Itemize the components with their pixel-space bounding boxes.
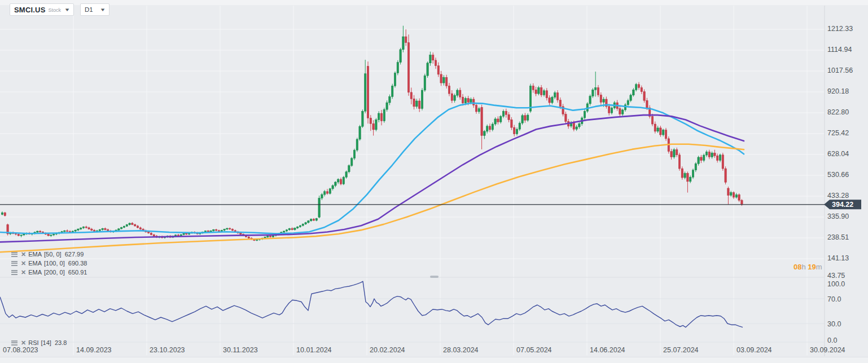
timeframe-selector[interactable]: D1 ▼ — [80, 3, 109, 16]
time-axis-label: 23.10.2023 — [150, 346, 185, 354]
price-axis-label: 628.04 — [827, 150, 849, 158]
time-axis-label: 30.09.2024 — [810, 346, 845, 354]
indicator-remove-icon[interactable]: ✕ — [21, 340, 26, 346]
indicator-name: RSI — [28, 339, 38, 346]
price-axis-label: 1017.56 — [827, 67, 853, 74]
symbol-type: Stock — [49, 7, 62, 13]
top-strip — [0, 0, 868, 5]
chart-window: 394.22 SMCI.US Stock ▼ D1 ▼ ✕ EMA [50, 0… — [0, 0, 868, 363]
chevron-down-icon: ▼ — [64, 7, 70, 12]
rsi-axis-label: 70.0 — [827, 295, 841, 303]
indicator-params: [14] — [41, 339, 51, 346]
rsi-axis-label: 30.0 — [827, 320, 841, 328]
candle-countdown: 08h 19m — [794, 263, 822, 271]
price-axis-label: 725.42 — [827, 129, 849, 137]
price-axis-label: 1114.94 — [827, 46, 852, 54]
time-axis-label: 20.02.2024 — [370, 346, 405, 354]
indicator-settings-icon[interactable] — [11, 261, 17, 266]
time-axis-label: 07.08.2023 — [3, 346, 38, 354]
time-axis-label: 10.01.2024 — [296, 346, 332, 354]
chart-canvas[interactable]: 394.22 — [0, 0, 868, 363]
time-axis-label: 03.09.2024 — [737, 346, 772, 354]
indicator-settings-icon[interactable] — [11, 252, 17, 257]
indicator-remove-icon[interactable]: ✕ — [21, 251, 26, 257]
timeframe-value: D1 — [85, 6, 93, 13]
price-axis-label: 335.90 — [827, 213, 849, 220]
indicator-name: EMA — [28, 260, 42, 267]
current-price-badge: 394.22 — [832, 201, 853, 209]
bottom-strip — [0, 357, 868, 363]
indicator-remove-icon[interactable]: ✕ — [21, 269, 26, 275]
rsi-axis-label: 0.0 — [827, 337, 837, 344]
symbol-selector[interactable]: SMCI.US Stock ▼ — [10, 3, 74, 16]
indicator-legend: ✕ EMA [50, 0] 627.99 ✕ EMA [100, 0] 690.… — [11, 250, 87, 277]
time-axis-label: 30.11.2023 — [223, 346, 258, 354]
indicator-params: [50, 0] — [44, 251, 62, 258]
price-axis-label: 238.51 — [827, 233, 849, 241]
indicator-row-ema100: ✕ EMA [100, 0] 690.38 — [11, 259, 87, 268]
time-axis-label: 14.06.2024 — [590, 346, 625, 354]
time-axis-label: 25.07.2024 — [663, 346, 699, 354]
indicator-settings-icon[interactable] — [11, 270, 17, 275]
symbol-name: SMCI.US — [14, 6, 46, 14]
indicator-remove-icon[interactable]: ✕ — [21, 260, 26, 266]
indicator-row-ema50: ✕ EMA [50, 0] 627.99 — [11, 250, 87, 259]
indicator-value: 690.38 — [68, 260, 87, 267]
time-axis-label: 28.03.2024 — [443, 346, 479, 354]
panel-resize-handle[interactable] — [430, 276, 439, 278]
indicator-row-ema200: ✕ EMA [200, 0] 650.91 — [11, 268, 87, 277]
time-axis-label: 14.09.2023 — [76, 346, 112, 354]
indicator-params: [100, 0] — [44, 260, 65, 267]
price-axis-label: 433.28 — [827, 192, 849, 200]
indicator-value: 627.99 — [65, 251, 84, 258]
price-axis-label: 822.80 — [827, 108, 849, 116]
price-axis-label: 141.13 — [827, 254, 849, 262]
indicator-name: EMA — [28, 269, 42, 276]
price-axis-label: 530.66 — [827, 171, 849, 179]
price-axis-label: 1212.33 — [827, 25, 853, 33]
indicator-value: 650.91 — [68, 269, 87, 276]
indicator-value: 23.8 — [55, 339, 67, 346]
indicator-params: [200, 0] — [44, 269, 65, 276]
time-axis-label: 07.05.2024 — [516, 346, 552, 354]
chevron-down-icon: ▼ — [99, 7, 106, 12]
rsi-axis-label: 100.0 — [827, 280, 845, 288]
price-axis-label: 43.75 — [827, 272, 845, 280]
indicator-settings-icon[interactable] — [11, 340, 17, 346]
price-axis-label: 920.18 — [827, 87, 849, 95]
indicator-name: EMA — [28, 251, 42, 258]
